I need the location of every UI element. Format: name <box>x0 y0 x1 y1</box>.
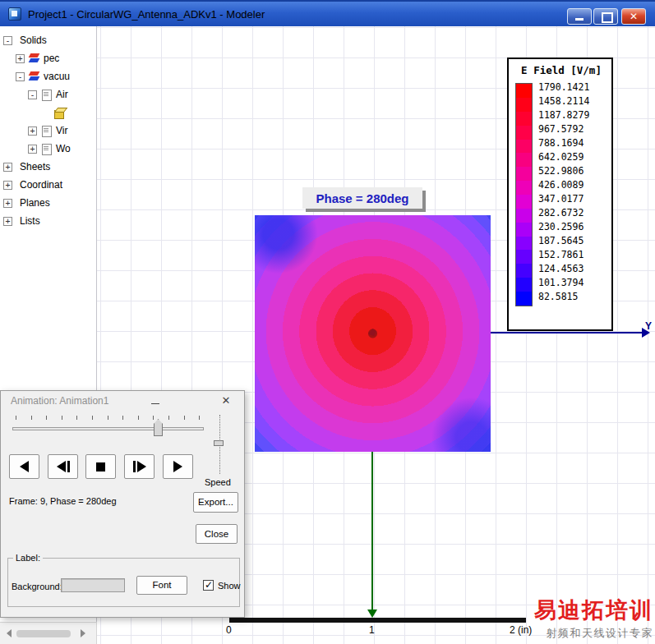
legend-value: 426.0089 <box>538 178 589 192</box>
tree-item[interactable]: + Wo <box>0 140 96 158</box>
origin-marker-icon <box>368 329 376 336</box>
show-checkbox-label: Show <box>218 581 241 591</box>
label-group-title: Label: <box>13 553 43 563</box>
title-bar[interactable]: Project1 - CircularWG_Antenna_ADKv1 - Mo… <box>0 0 655 26</box>
tree-expander-icon[interactable]: + <box>28 126 37 136</box>
scroll-left-icon[interactable] <box>7 629 12 637</box>
tree-expander-icon[interactable]: - <box>28 90 37 99</box>
tree-item-label: Wo <box>56 143 71 154</box>
tree-item[interactable]: - Air <box>0 85 96 104</box>
legend-value: 967.5792 <box>538 122 589 136</box>
e-field-plot[interactable] <box>255 215 491 452</box>
legend-value: 124.4563 <box>538 262 589 276</box>
tree-item[interactable]: + pec <box>0 49 96 67</box>
step-forward-icon <box>137 461 146 472</box>
scrollbar-thumb[interactable] <box>16 630 71 637</box>
legend-value: 788.1694 <box>538 136 589 150</box>
font-button[interactable]: Font <box>136 576 187 595</box>
legend-value: 282.6732 <box>538 206 589 220</box>
tree-item-label: Planes <box>20 197 50 209</box>
field-legend[interactable]: E Field [V/m] 1790.1421 1458.2114 1187.8… <box>507 58 613 331</box>
step-reverse-bar-icon <box>67 461 70 472</box>
background-label: Background: <box>12 582 62 591</box>
tree-item[interactable]: + Coordinat <box>0 176 96 194</box>
legend-title: E Field [V/m] <box>515 64 607 76</box>
step-forward-button[interactable] <box>124 454 155 479</box>
tree-expander-icon[interactable]: + <box>3 181 12 190</box>
tree-item-label: Coordinat <box>20 179 62 191</box>
legend-value: 1790.1421 <box>538 80 589 94</box>
vertical-axis-arrow-icon <box>367 610 377 618</box>
step-forward-bar-icon <box>133 461 136 472</box>
ruler-tick-0: 0 <box>226 624 232 636</box>
window-title: Project1 - CircularWG_Antenna_ADKv1 - Mo… <box>28 8 265 21</box>
tree-item-label: Vir <box>56 125 67 136</box>
tree-expander-icon[interactable]: - <box>16 72 25 81</box>
play-reverse-icon <box>20 461 29 472</box>
animation-dialog[interactable]: Animation: Animation1 Speed Frame: 9, Ph… <box>0 390 245 618</box>
tree-item-icon <box>16 198 17 209</box>
tree-item[interactable] <box>0 104 96 122</box>
animation-dialog-title: Animation: Animation1 <box>11 395 108 407</box>
tree-item[interactable]: - vacuu <box>0 67 96 85</box>
legend-value: 522.9806 <box>538 164 589 178</box>
stop-icon <box>96 462 105 472</box>
background-color-swatch[interactable] <box>61 578 125 592</box>
tree-item[interactable]: + Planes <box>0 194 96 212</box>
legend-values: 1790.1421 1458.2114 1187.8279 967.5792 7… <box>538 80 589 306</box>
scale-ruler <box>229 618 526 623</box>
speed-slider-thumb[interactable] <box>214 440 224 446</box>
y-axis-label: Y <box>645 320 652 332</box>
frame-slider-ticks <box>16 416 201 420</box>
tree-item-icon <box>40 90 53 100</box>
legend-value: 347.0177 <box>538 192 589 206</box>
dialog-close-button[interactable] <box>216 393 236 409</box>
dialog-minimize-button[interactable] <box>145 393 165 409</box>
legend-body: 1790.1421 1458.2114 1187.8279 967.5792 7… <box>515 83 607 306</box>
y-axis-line <box>491 332 643 334</box>
modeler-window: Project1 - CircularWG_Antenna_ADKv1 - Mo… <box>0 0 655 644</box>
tree-expander-icon[interactable]: + <box>28 145 37 154</box>
tree-item[interactable]: + Vir <box>0 122 96 140</box>
frame-slider-thumb[interactable] <box>154 419 163 436</box>
maximize-button[interactable] <box>593 8 618 25</box>
tree-item-label: vacuu <box>44 71 70 82</box>
export-button[interactable]: Export... <box>193 492 238 513</box>
dialog-close-action-button[interactable]: Close <box>196 524 238 544</box>
step-reverse-icon <box>57 461 66 472</box>
tree-item-icon <box>16 162 17 172</box>
frame-slider-track[interactable] <box>12 427 204 430</box>
legend-value: 230.2596 <box>538 220 589 234</box>
tree-item-label: Sheets <box>20 161 50 172</box>
show-checkbox[interactable] <box>203 580 214 591</box>
stop-button[interactable] <box>85 454 116 479</box>
tree-expander-icon[interactable]: + <box>3 217 12 226</box>
play-forward-icon <box>173 461 182 472</box>
tree-item-label: Solids <box>20 34 47 46</box>
phase-annotation[interactable]: Phase = 280deg <box>302 187 422 209</box>
play-forward-button[interactable] <box>163 454 193 479</box>
tree-item[interactable]: + Lists <box>0 212 96 230</box>
legend-value: 1458.2114 <box>538 94 589 108</box>
play-reverse-button[interactable] <box>9 454 39 479</box>
tree-expander-icon[interactable]: + <box>3 199 12 208</box>
tree-expander-icon[interactable]: + <box>3 163 12 172</box>
close-button[interactable] <box>621 8 646 25</box>
app-icon <box>8 7 21 21</box>
vertical-axis-line <box>371 452 373 613</box>
horizontal-scrollbar[interactable] <box>0 622 97 644</box>
step-reverse-button[interactable] <box>48 454 78 479</box>
tree-item[interactable]: - Solids <box>0 31 96 49</box>
tree-item-icon <box>40 144 53 154</box>
scroll-right-icon[interactable] <box>81 629 85 637</box>
tree-item-icon <box>16 180 17 191</box>
legend-value: 187.5645 <box>538 234 589 248</box>
tree-item[interactable]: + Sheets <box>0 158 96 176</box>
minimize-button[interactable] <box>567 8 592 25</box>
animation-dialog-titlebar[interactable]: Animation: Animation1 <box>1 391 244 411</box>
ruler-tick-1: 1 <box>369 624 375 636</box>
tree-expander-icon[interactable]: - <box>3 36 12 45</box>
legend-value: 152.7861 <box>538 248 589 262</box>
tree-item-icon <box>53 108 66 118</box>
tree-expander-icon[interactable]: + <box>16 54 25 63</box>
